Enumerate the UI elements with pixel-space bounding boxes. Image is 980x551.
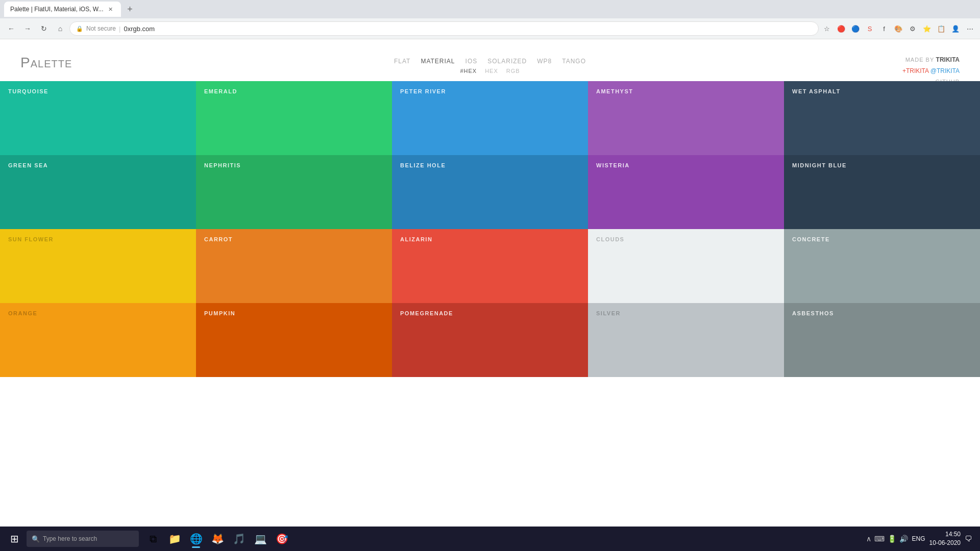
format-links: #HEX HEX RGB	[460, 68, 520, 74]
nav-wp8[interactable]: WP8	[537, 58, 552, 65]
color-name: WISTERIA	[596, 162, 630, 168]
color-cell-carrot[interactable]: CARROT	[196, 229, 392, 303]
nav-solarized[interactable]: SOLARIZED	[487, 58, 527, 65]
extension-icon-1[interactable]: 🔴	[835, 22, 847, 35]
home-button[interactable]: ⌂	[53, 21, 67, 36]
site-title: Palette	[20, 55, 72, 71]
new-tab-button[interactable]: +	[123, 2, 137, 16]
extension-icon-5[interactable]: 🎨	[892, 22, 904, 35]
made-by-label: MADE BY	[905, 57, 935, 63]
color-name: ALIZARIN	[400, 236, 432, 242]
active-tab[interactable]: Palette | FlatUI, Material, iOS, W... ✕	[4, 2, 121, 17]
taskbar: ⊞ 🔍 Type here to search ⧉ 📁 🌐 🦊 🎵 💻 🎯 ∧ …	[0, 527, 980, 527]
color-name: SILVER	[596, 310, 621, 316]
nav-flat[interactable]: FLAT	[394, 58, 410, 65]
color-cell-peter-river[interactable]: PETER RIVER	[392, 81, 588, 155]
color-cell-wet-asphalt[interactable]: WET ASPHALT	[784, 81, 980, 155]
security-indicator: 🔒	[76, 26, 83, 32]
color-name: CARROT	[204, 236, 233, 242]
format-hex-hash[interactable]: #HEX	[460, 68, 477, 74]
tab-bar: Palette | FlatUI, Material, iOS, W... ✕ …	[0, 0, 980, 18]
collections-icon[interactable]: 📋	[935, 22, 947, 35]
nav-material[interactable]: MATERIAL	[421, 58, 455, 65]
color-name: CONCRETE	[792, 236, 830, 242]
bookmark-icon[interactable]: ☆	[821, 22, 833, 35]
color-cell-nephritis[interactable]: NEPHRITIS	[196, 155, 392, 229]
color-name: CLOUDS	[596, 236, 624, 242]
color-name: ASBESTHOS	[792, 310, 834, 316]
color-cell-alizarin[interactable]: ALIZARIN	[392, 229, 588, 303]
color-cell-green-sea[interactable]: GREEN SEA	[0, 155, 196, 229]
plus-trikita-link[interactable]: +TRIKITA	[902, 67, 928, 74]
color-name: AMETHYST	[596, 88, 633, 94]
color-cell-pomegrenade[interactable]: POMEGRENADE	[392, 303, 588, 377]
color-cell-clouds[interactable]: CLOUDS	[588, 229, 784, 303]
extension-icon-4[interactable]: f	[878, 22, 890, 35]
color-name: BELIZE HOLE	[400, 162, 446, 168]
color-cell-amethyst[interactable]: AMETHYST	[588, 81, 784, 155]
profile-icon[interactable]: 👤	[949, 22, 962, 35]
author-link[interactable]: TRIKITA	[936, 56, 960, 63]
extension-icon-2[interactable]: 🔵	[849, 22, 862, 35]
color-name: WET ASPHALT	[792, 88, 841, 94]
security-text: Not secure	[86, 25, 116, 32]
color-name: PUMPKIN	[204, 310, 235, 316]
color-name: MIDNIGHT BLUE	[792, 162, 847, 168]
color-grid: TURQUOISEEMERALDPETER RIVERAMETHYSTWET A…	[0, 81, 980, 377]
color-cell-emerald[interactable]: EMERALD	[196, 81, 392, 155]
menu-icon[interactable]: ⋯	[964, 22, 976, 35]
color-cell-pumpkin[interactable]: PUMPKIN	[196, 303, 392, 377]
nav-bar: ← → ↻ ⌂ 🔒 Not secure | 0xrgb.com ☆ 🔴 🔵 S…	[0, 18, 980, 39]
color-name: TURQUOISE	[8, 88, 48, 94]
color-cell-orange[interactable]: ORANGE	[0, 303, 196, 377]
url-text: 0xrgb.com	[124, 25, 155, 33]
format-rgb[interactable]: RGB	[506, 68, 520, 74]
forward-button[interactable]: →	[20, 21, 35, 36]
color-name: POMEGRENADE	[400, 310, 453, 316]
favorites-icon[interactable]: ⭐	[921, 22, 933, 35]
tab-close-button[interactable]: ✕	[107, 5, 115, 13]
color-cell-sun-flower[interactable]: SUN FLOWER	[0, 229, 196, 303]
color-cell-wisteria[interactable]: WISTERIA	[588, 155, 784, 229]
address-bar[interactable]: 🔒 Not secure | 0xrgb.com	[69, 21, 819, 36]
color-cell-concrete[interactable]: CONCRETE	[784, 229, 980, 303]
color-name: NEPHRITIS	[204, 162, 241, 168]
color-cell-belize-hole[interactable]: BELIZE HOLE	[392, 155, 588, 229]
color-cell-turquoise[interactable]: TURQUOISE	[0, 81, 196, 155]
color-cell-asbesthos[interactable]: ASBESTHOS	[784, 303, 980, 377]
back-button[interactable]: ←	[4, 21, 18, 36]
nav-tango[interactable]: TANGO	[562, 58, 586, 65]
nav-actions: ☆ 🔴 🔵 S f 🎨 ⚙ ⭐ 📋 👤 ⋯	[821, 22, 976, 35]
palette-nav: FLAT MATERIAL IOS SOLARIZED WP8 TANGO	[394, 58, 586, 65]
color-name: SUN FLOWER	[8, 236, 54, 242]
color-cell-silver[interactable]: SILVER	[588, 303, 784, 377]
refresh-button[interactable]: ↻	[37, 21, 51, 36]
browser-chrome: Palette | FlatUI, Material, iOS, W... ✕ …	[0, 0, 980, 39]
color-name: ORANGE	[8, 310, 37, 316]
color-name: EMERALD	[204, 88, 237, 94]
color-name: PETER RIVER	[400, 88, 446, 94]
site-header: Palette FLAT MATERIAL IOS SOLARIZED WP8 …	[0, 39, 980, 81]
page-content: Palette FLAT MATERIAL IOS SOLARIZED WP8 …	[0, 39, 980, 527]
nav-ios[interactable]: IOS	[465, 58, 478, 65]
color-cell-midnight-blue[interactable]: MIDNIGHT BLUE	[784, 155, 980, 229]
format-hex[interactable]: HEX	[485, 68, 498, 74]
extension-icon-3[interactable]: S	[864, 22, 876, 35]
tab-title: Palette | FlatUI, Material, iOS, W...	[10, 6, 104, 13]
url-separator: |	[119, 25, 120, 33]
extension-icon-6[interactable]: ⚙	[906, 22, 919, 35]
at-trikita-link[interactable]: @TRIKITA	[930, 67, 960, 74]
color-name: GREEN SEA	[8, 162, 48, 168]
